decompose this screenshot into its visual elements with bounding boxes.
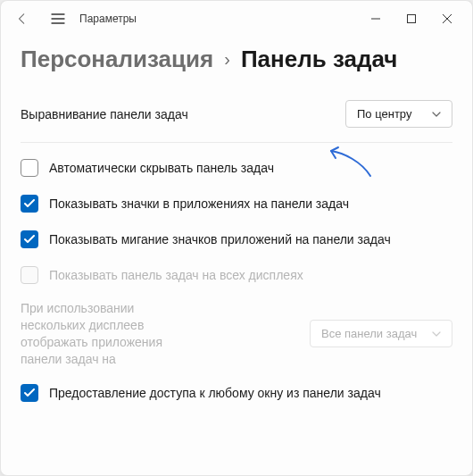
auto-hide-row: Автоматически скрывать панель задач [21, 150, 452, 186]
all-displays-row: Показывать панель задач на всех дисплеях [21, 257, 452, 293]
alignment-row: Выравнивание панели задач По центру [21, 89, 452, 143]
minimize-button[interactable] [358, 4, 394, 33]
show-badges-label: Показывать значки в приложениях на панел… [49, 195, 452, 213]
window-access-label: Предоставление доступа к любому окну из … [49, 384, 452, 402]
alignment-selected: По центру [357, 107, 411, 121]
menu-button[interactable] [44, 4, 72, 33]
multi-display-label: При использовании нескольких дисплеев от… [21, 300, 199, 368]
breadcrumb-current: Панель задач [241, 46, 398, 73]
minimize-icon [371, 14, 380, 23]
chevron-down-icon [432, 331, 441, 337]
window-access-checkbox[interactable] [21, 384, 38, 402]
multi-display-selected: Все панели задач [321, 327, 417, 340]
check-icon [24, 235, 35, 244]
svg-rect-0 [408, 15, 416, 23]
content-area: Выравнивание панели задач По центру Авто… [1, 89, 472, 411]
multi-display-row: При использовании нескольких дисплеев от… [21, 293, 452, 375]
window-access-row: Предоставление доступа к любому окну из … [21, 375, 452, 411]
alignment-select[interactable]: По центру [345, 100, 452, 128]
window-title: Параметры [79, 13, 137, 25]
back-arrow-icon [16, 13, 29, 25]
title-bar: Параметры [1, 1, 472, 37]
all-displays-label: Показывать панель задач на всех дисплеях [49, 266, 452, 284]
show-flash-label: Показывать мигание значков приложений на… [49, 230, 452, 248]
show-badges-row: Показывать значки в приложениях на панел… [21, 186, 452, 221]
chevron-down-icon [432, 112, 441, 117]
show-flash-checkbox[interactable] [21, 230, 38, 248]
maximize-button[interactable] [394, 4, 429, 33]
all-displays-checkbox [21, 266, 38, 284]
alignment-label: Выравнивание панели задач [21, 107, 188, 121]
auto-hide-label: Автоматически скрывать панель задач [49, 159, 452, 177]
breadcrumb-parent[interactable]: Персонализация [21, 46, 213, 73]
check-icon [24, 199, 35, 208]
auto-hide-checkbox[interactable] [21, 159, 38, 177]
close-button[interactable] [429, 4, 465, 33]
back-button[interactable] [8, 4, 37, 33]
maximize-icon [407, 14, 416, 23]
show-flash-row: Показывать мигание значков приложений на… [21, 221, 452, 257]
chevron-right-icon: › [224, 49, 230, 70]
show-badges-checkbox[interactable] [21, 195, 38, 213]
breadcrumb: Персонализация › Панель задач [1, 37, 472, 89]
close-icon [443, 14, 452, 23]
hamburger-icon [51, 13, 65, 24]
multi-display-select: Все панели задач [310, 320, 452, 347]
check-icon [24, 388, 35, 397]
